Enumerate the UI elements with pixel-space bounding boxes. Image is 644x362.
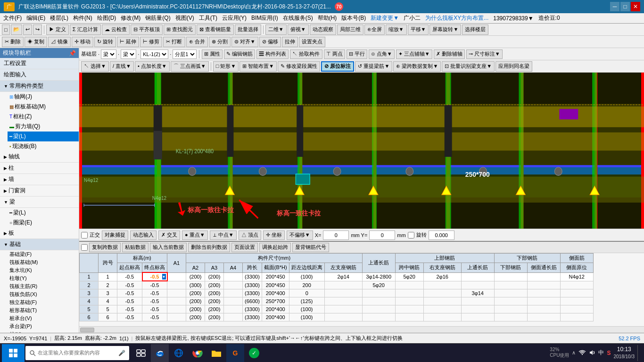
start-elev[interactable]: -0.5 xyxy=(117,313,142,321)
upper-cont-6[interactable] xyxy=(324,313,362,321)
table-row[interactable]: 2 2 -0.5 -0.5 (300) (200) (3300) 200*450 xyxy=(80,281,594,289)
a1-4[interactable] xyxy=(167,297,186,305)
a2-6[interactable]: (200) xyxy=(186,313,205,321)
a4-1[interactable] xyxy=(224,272,243,281)
right-seat-2[interactable] xyxy=(423,281,461,289)
nav-independent-found[interactable]: 独立基础(F) xyxy=(8,298,79,306)
nav-beam-l[interactable]: ━梁(L) xyxy=(8,208,79,218)
dim-btn[interactable]: ⊸ 尺寸标注▼ xyxy=(466,49,503,59)
right-seat-6[interactable] xyxy=(423,313,461,321)
nav-col-pedestal[interactable]: 柱墩(Y) xyxy=(8,274,79,282)
batch-select-btn[interactable]: 批量选择 xyxy=(235,25,261,35)
menu-coins[interactable]: 造价豆:0 xyxy=(536,13,562,23)
network-icon[interactable] xyxy=(578,349,586,357)
menu-rebar-qty[interactable]: 钢筋量(Q) xyxy=(143,13,173,23)
delete-col-btn[interactable]: 删除当前列数据 xyxy=(188,243,230,252)
mid-2[interactable] xyxy=(395,281,423,289)
menu-phone[interactable]: 13907298339▼ xyxy=(491,14,536,23)
swap-start-btn[interactable]: 调换起始跨 xyxy=(259,243,291,252)
line-btn[interactable]: / 直线▼ xyxy=(110,61,134,72)
close-button[interactable]: ✕ xyxy=(631,2,640,11)
lower-6[interactable] xyxy=(494,313,527,321)
side-cont-2[interactable] xyxy=(527,281,560,289)
nav-cast-slab[interactable]: ▪现浇板(B) xyxy=(8,141,79,151)
mid-3[interactable] xyxy=(395,289,423,297)
menu-edit[interactable]: 编辑(E) xyxy=(24,13,48,23)
rect-btn[interactable]: □ 矩形▼ xyxy=(213,61,239,72)
a4-2[interactable] xyxy=(224,281,243,289)
menu-file[interactable]: 文件(F) xyxy=(1,13,24,23)
menu-tools[interactable]: 工具(T) xyxy=(197,13,220,23)
select-checkbox[interactable] xyxy=(81,244,88,251)
upper-cont-1[interactable]: 2φ14 xyxy=(324,272,362,281)
smart-layout-btn[interactable]: ⊞ 智能布置▼ xyxy=(239,61,277,72)
a4-4[interactable] xyxy=(224,297,243,305)
minimize-button[interactable]: ─ xyxy=(610,2,619,11)
calc-btn[interactable]: Σ 汇总计算 xyxy=(70,25,101,35)
rebar-code-btn[interactable]: 显背钢筋代号 xyxy=(292,243,329,252)
menu-bim[interactable]: BIM应用(I) xyxy=(249,13,281,23)
left-seat-2[interactable]: 5φ20 xyxy=(362,281,395,289)
point-len-btn[interactable]: • 点加长度▼ xyxy=(135,61,170,72)
right-seat-1[interactable]: 2φ16 xyxy=(423,272,461,281)
table-row[interactable]: 6 6 -0.5 -0.5 (200) (200) (3300) 200*400 xyxy=(80,313,594,321)
lower-4[interactable] xyxy=(494,297,527,305)
table-row[interactable]: 5 5 -0.5 -0.5 (200) (200) (3300) 200*400 xyxy=(80,305,594,313)
end-elev[interactable]: -0.5 xyxy=(142,305,167,313)
mid-1[interactable]: 5φ20 xyxy=(395,272,423,281)
x-input[interactable] xyxy=(323,230,349,240)
a3-1[interactable]: (200) xyxy=(205,272,224,281)
start-elev[interactable]: -0.5 xyxy=(117,289,142,297)
rotate-check[interactable] xyxy=(408,232,414,239)
extend-btn[interactable]: ⊢ 延伸 xyxy=(117,37,139,47)
top-view-btn[interactable]: 俯视▼ xyxy=(288,25,309,35)
upper-add-2[interactable] xyxy=(461,281,494,289)
nav-common-components[interactable]: ▼ 常用构件类型 xyxy=(0,81,79,92)
three-point-axis-btn[interactable]: ✦ 三点辅轴▼ xyxy=(396,49,432,59)
nav-cap-beam[interactable]: 承台梁(P) xyxy=(8,322,79,330)
panel-pin[interactable]: 📌 xyxy=(69,50,76,57)
a2-5[interactable]: (200) xyxy=(186,305,205,313)
nav-raft-found[interactable]: 筏板基础(M) xyxy=(8,258,79,266)
left-seat-3[interactable] xyxy=(362,289,395,297)
menu-question[interactable]: 为什么筏板XY方向布置... xyxy=(423,13,491,23)
upper-cont-5[interactable] xyxy=(324,305,362,313)
dynamic-input-btn[interactable]: 动态输入 xyxy=(130,230,157,240)
side-ori-3[interactable] xyxy=(560,289,593,297)
taskbar-app-green[interactable]: ✓ xyxy=(245,344,263,362)
end-elev[interactable]: -0.5 xyxy=(142,281,167,289)
table-row[interactable]: 1 1 -0.5 -0.5 ▼ (200) (200) xyxy=(80,272,594,281)
a3-4[interactable]: (200) xyxy=(205,297,224,305)
pick-component-btn[interactable]: ↖ 拾取构件 xyxy=(290,49,322,59)
taskbar-app-chrome[interactable] xyxy=(189,344,206,362)
menu-modify[interactable]: 修改(M) xyxy=(118,13,143,23)
offset-btn[interactable]: ⊘ 偏移 xyxy=(259,37,281,47)
nav-wall[interactable]: ▶墙 xyxy=(0,174,79,185)
nav-pile-cap[interactable]: 桩承台(V) xyxy=(8,314,79,322)
end-elev[interactable]: -0.5 xyxy=(142,289,167,297)
side-cont-4[interactable] xyxy=(527,297,560,305)
nav-door-window[interactable]: ▶门窗洞 xyxy=(0,185,79,197)
a2-2[interactable]: (300) xyxy=(186,281,205,289)
copy-btn[interactable]: ◈ 复制 xyxy=(25,37,47,47)
a3-6[interactable]: (200) xyxy=(205,313,224,321)
nav-shear-wall[interactable]: ▬剪力墙(Q) xyxy=(8,122,79,132)
cross-btn[interactable]: ✗ 交叉 xyxy=(158,230,180,240)
a3-5[interactable]: (200) xyxy=(205,305,224,313)
two-point-btn[interactable]: ⊤ 两点 xyxy=(324,49,345,59)
ortho-check[interactable] xyxy=(81,232,88,239)
side-ori-6[interactable] xyxy=(560,313,593,321)
nav-slab[interactable]: ▶板 xyxy=(0,228,79,239)
table-row[interactable]: 3 3 -0.5 -0.5 (200) (200) (3300) 200*400 xyxy=(80,289,594,297)
find-elem-btn[interactable]: ⊞ 查找图元 xyxy=(164,25,196,35)
menu-view[interactable]: 视图(V) xyxy=(173,13,197,23)
menu-brand[interactable]: 广小二 xyxy=(401,13,423,23)
left-seat-6[interactable] xyxy=(362,313,395,321)
tray-icons[interactable]: ∧ xyxy=(572,350,576,356)
upper-add-3[interactable]: 3φ14 xyxy=(461,289,494,297)
key-point-btn[interactable]: ● 重点▼ xyxy=(182,230,208,240)
a4-3[interactable] xyxy=(224,289,243,297)
parallel-btn[interactable]: ⊟ 平行 xyxy=(347,49,367,59)
modify-seg-btn[interactable]: ✎ 修改梁段属性 xyxy=(278,61,320,72)
table-row[interactable]: 4 4 -0.5 -0.5 (200) (200) (6600) 250*700 xyxy=(80,297,594,305)
